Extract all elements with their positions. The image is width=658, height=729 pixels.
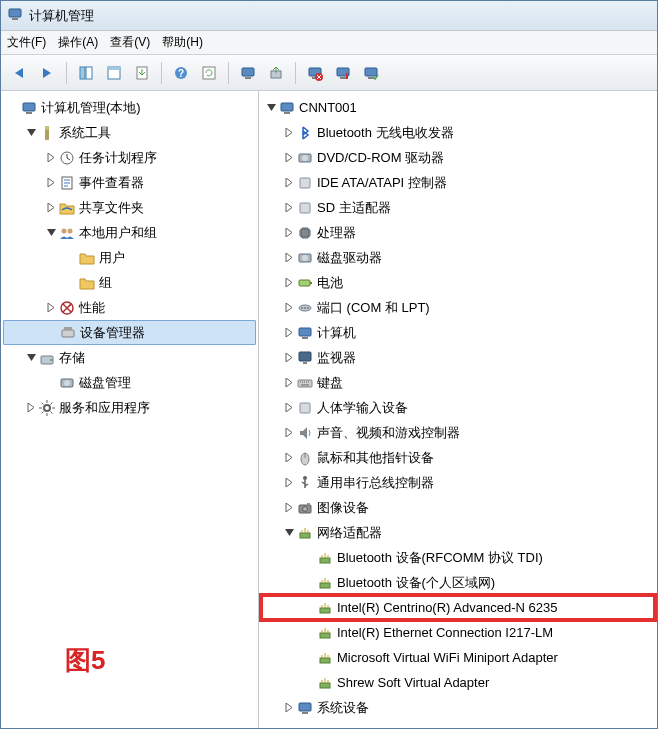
properties-button[interactable] [102, 61, 126, 85]
tree-task-scheduler[interactable]: 任务计划程序 [3, 145, 256, 170]
expander-closed-icon[interactable] [23, 400, 39, 416]
cat-processors[interactable]: 处理器 [261, 220, 655, 245]
tree-label: Bluetooth 设备(RFCOMM 协议 TDI) [337, 551, 543, 564]
expander-closed-icon[interactable] [281, 700, 297, 716]
cat-sound[interactable]: 声音、视频和游戏控制器 [261, 420, 655, 445]
cat-sd[interactable]: SD 主适配器 [261, 195, 655, 220]
forward-button[interactable] [35, 61, 59, 85]
expander-open-icon[interactable] [281, 525, 297, 541]
expander-closed-icon[interactable] [281, 425, 297, 441]
cat-system-devices[interactable]: 系统设备 [261, 695, 655, 720]
disable-button[interactable] [331, 61, 355, 85]
tree-storage[interactable]: 存储 [3, 345, 256, 370]
dev-intel-centrino[interactable]: Intel(R) Centrino(R) Advanced-N 6235 [261, 595, 655, 620]
expander-closed-icon[interactable] [281, 350, 297, 366]
expander-open-icon[interactable] [23, 350, 39, 366]
cat-ide[interactable]: IDE ATA/ATAPI 控制器 [261, 170, 655, 195]
expander-open-icon[interactable] [43, 225, 59, 241]
sd-icon [297, 200, 313, 216]
dev-bt-rfcomm[interactable]: Bluetooth 设备(RFCOMM 协议 TDI) [261, 545, 655, 570]
scan-hardware-button[interactable] [236, 61, 260, 85]
port-icon [297, 300, 313, 316]
menu-view[interactable]: 查看(V) [110, 34, 150, 51]
menu-help[interactable]: 帮助(H) [162, 34, 203, 51]
storage-icon [39, 350, 55, 366]
expander-closed-icon[interactable] [281, 200, 297, 216]
cat-computers[interactable]: 计算机 [261, 320, 655, 345]
expander-closed-icon[interactable] [281, 325, 297, 341]
tree-device-manager[interactable]: 设备管理器 [3, 320, 256, 345]
uninstall-button[interactable] [303, 61, 327, 85]
tree-root-local[interactable]: 计算机管理(本地) [3, 95, 256, 120]
tree-label: 计算机管理(本地) [41, 101, 141, 114]
tree-label: 设备管理器 [80, 326, 145, 339]
cat-network-adapters[interactable]: 网络适配器 [261, 520, 655, 545]
network-icon [297, 525, 313, 541]
expander-open-icon[interactable] [263, 100, 279, 116]
menu-file[interactable]: 文件(F) [7, 34, 46, 51]
expander-closed-icon[interactable] [281, 475, 297, 491]
expander-closed-icon[interactable] [281, 225, 297, 241]
cat-keyboards[interactable]: 键盘 [261, 370, 655, 395]
tree-event-viewer[interactable]: 事件查看器 [3, 170, 256, 195]
cat-disk-drives[interactable]: 磁盘驱动器 [261, 245, 655, 270]
expander-none [63, 275, 79, 291]
dev-bt-pan[interactable]: Bluetooth 设备(个人区域网) [261, 570, 655, 595]
expander-closed-icon[interactable] [281, 125, 297, 141]
cat-ports[interactable]: 端口 (COM 和 LPT) [261, 295, 655, 320]
expander-closed-icon[interactable] [281, 175, 297, 191]
tree-services-apps[interactable]: 服务和应用程序 [3, 395, 256, 420]
expander-closed-icon[interactable] [281, 400, 297, 416]
cat-monitors[interactable]: 监视器 [261, 345, 655, 370]
cat-imaging[interactable]: 图像设备 [261, 495, 655, 520]
tree-disk-management[interactable]: 磁盘管理 [3, 370, 256, 395]
refresh-button[interactable] [197, 61, 221, 85]
expander-closed-icon[interactable] [281, 150, 297, 166]
expander-closed-icon[interactable] [43, 175, 59, 191]
menu-action[interactable]: 操作(A) [58, 34, 98, 51]
tree-system-tools[interactable]: 系统工具 [3, 120, 256, 145]
dev-shrew-soft[interactable]: Shrew Soft Virtual Adapter [261, 670, 655, 695]
network-icon [317, 575, 333, 591]
cat-usb[interactable]: 通用串行总线控制器 [261, 470, 655, 495]
export-button[interactable] [130, 61, 154, 85]
tree-local-users-groups[interactable]: 本地用户和组 [3, 220, 256, 245]
cat-hid[interactable]: 人体学输入设备 [261, 395, 655, 420]
cat-bluetooth-radio[interactable]: Bluetooth 无线电收发器 [261, 120, 655, 145]
left-tree-pane[interactable]: 计算机管理(本地) 系统工具 任务计划程序 事件查看器 [1, 91, 259, 728]
computer-management-window: 计算机管理 文件(F) 操作(A) 查看(V) 帮助(H) ? [0, 0, 658, 729]
expander-closed-icon[interactable] [43, 200, 59, 216]
ide-icon [297, 175, 313, 191]
figure-caption: 图5 [65, 643, 105, 678]
device-root[interactable]: CNNT001 [261, 95, 655, 120]
back-button[interactable] [7, 61, 31, 85]
hid-icon [297, 400, 313, 416]
tree-shared-folders[interactable]: 共享文件夹 [3, 195, 256, 220]
tree-label: Intel(R) Centrino(R) Advanced-N 6235 [337, 601, 557, 614]
expander-closed-icon[interactable] [281, 500, 297, 516]
dev-intel-ethernet[interactable]: Intel(R) Ethernet Connection I217-LM [261, 620, 655, 645]
expander-closed-icon[interactable] [43, 300, 59, 316]
expander-open-icon[interactable] [23, 125, 39, 141]
cat-dvd-cd[interactable]: DVD/CD-ROM 驱动器 [261, 145, 655, 170]
tree-users[interactable]: 用户 [3, 245, 256, 270]
expander-closed-icon[interactable] [281, 300, 297, 316]
expander-closed-icon[interactable] [281, 275, 297, 291]
update-driver-button[interactable] [264, 61, 288, 85]
dev-ms-virtual-wifi[interactable]: Microsoft Virtual WiFi Miniport Adapter [261, 645, 655, 670]
expander-closed-icon[interactable] [281, 450, 297, 466]
disk-icon [297, 250, 313, 266]
enable-button[interactable] [359, 61, 383, 85]
cat-mice[interactable]: 鼠标和其他指针设备 [261, 445, 655, 470]
show-hide-tree-button[interactable] [74, 61, 98, 85]
expander-closed-icon[interactable] [43, 150, 59, 166]
tree-groups[interactable]: 组 [3, 270, 256, 295]
tree-label: 网络适配器 [317, 526, 382, 539]
expander-closed-icon[interactable] [281, 375, 297, 391]
expander-icon[interactable] [5, 100, 21, 116]
expander-closed-icon[interactable] [281, 250, 297, 266]
cat-battery[interactable]: 电池 [261, 270, 655, 295]
device-tree-pane[interactable]: CNNT001 Bluetooth 无线电收发器 DVD/CD-ROM 驱动器 … [259, 91, 657, 728]
help-button[interactable]: ? [169, 61, 193, 85]
tree-performance[interactable]: 性能 [3, 295, 256, 320]
